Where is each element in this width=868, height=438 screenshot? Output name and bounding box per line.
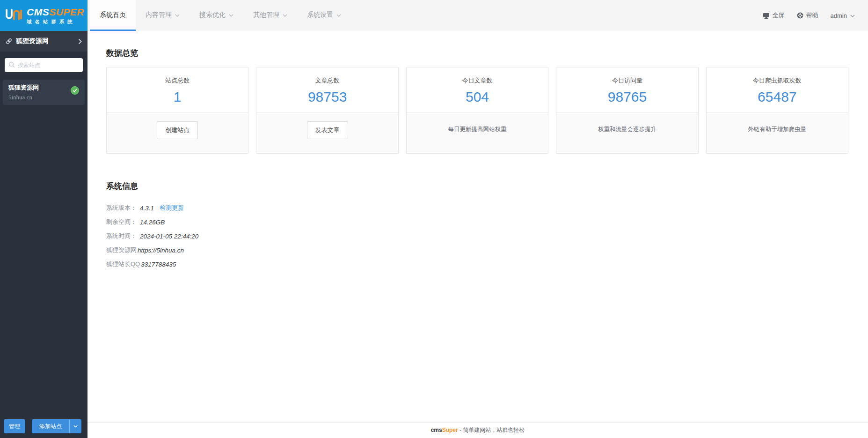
stat-label: 站点总数 xyxy=(107,76,248,85)
create-site-button[interactable]: 创建站点 xyxy=(157,121,198,139)
chevron-down-icon xyxy=(175,14,180,17)
stat-value: 1 xyxy=(107,89,248,105)
fullscreen-button[interactable]: 全屏 xyxy=(763,11,785,20)
stat-note: 外链有助于增加爬虫量 xyxy=(748,126,806,134)
chevron-right-icon xyxy=(78,38,82,45)
tab-search-optimization[interactable]: 搜索优化 xyxy=(190,0,243,31)
user-menu[interactable]: admin xyxy=(831,12,855,19)
stat-card-today-visits: 今日访问量 98765 权重和流量会逐步提升 xyxy=(556,67,698,154)
stat-label: 今日爬虫抓取次数 xyxy=(707,76,848,85)
main-content: 数据总览 站点总数 1 创建站点 文章总数 98753 发表文章 今日文章数 5… xyxy=(88,31,868,438)
stat-label: 今日文章数 xyxy=(407,76,548,85)
tab-content-management[interactable]: 内容管理 xyxy=(136,0,190,31)
tab-home[interactable]: 系统首页 xyxy=(90,0,136,31)
sidebar: 狐狸资源网 狐狸资源网 5inhua.cn 管理 添加站点 xyxy=(0,31,88,438)
stat-value: 98765 xyxy=(556,89,698,105)
app-logo[interactable]: CMSSUPER 域 名 站 群 系 统 xyxy=(0,0,88,31)
chevron-down-icon xyxy=(283,14,287,17)
top-actions: 全屏 帮助 admin xyxy=(751,0,868,31)
stat-card-sites: 站点总数 1 创建站点 xyxy=(106,67,248,154)
info-row-version: 系统版本： 4.3.1 检测更新 xyxy=(106,201,848,215)
stat-card-today-articles: 今日文章数 504 每日更新提高网站权重 xyxy=(406,67,548,154)
stat-value: 504 xyxy=(407,89,548,105)
logo-icon xyxy=(5,7,22,24)
add-site-dropdown-button[interactable] xyxy=(69,419,81,433)
sidebar-footer: 管理 添加站点 xyxy=(0,419,88,433)
chevron-down-icon xyxy=(336,14,341,17)
stat-card-crawler-hits: 今日爬虫抓取次数 65487 外链有助于增加爬虫量 xyxy=(706,67,848,154)
footer-brand-super: Super xyxy=(442,427,458,433)
help-icon xyxy=(797,12,803,19)
stat-note: 每日更新提高网站权重 xyxy=(448,126,507,134)
site-name: 狐狸资源网 xyxy=(8,83,79,92)
tab-other-management[interactable]: 其他管理 xyxy=(243,0,297,31)
stat-card-articles: 文章总数 98753 发表文章 xyxy=(256,67,398,154)
publish-article-button[interactable]: 发表文章 xyxy=(307,121,348,139)
system-info-title: 系统信息 xyxy=(106,181,848,192)
current-site-name: 狐狸资源网 xyxy=(16,37,78,45)
add-site-button[interactable]: 添加站点 xyxy=(32,419,69,433)
tab-system-settings[interactable]: 系统设置 xyxy=(297,0,351,31)
site-search-input[interactable] xyxy=(5,58,83,72)
info-row-webmaster-qq: 狐狸站长QQ 3317788435 xyxy=(106,257,848,271)
add-site-button-group: 添加站点 xyxy=(32,419,81,433)
site-search xyxy=(5,58,83,72)
stat-note: 权重和流量会逐步提升 xyxy=(598,126,656,134)
search-icon xyxy=(8,61,15,70)
chevron-down-icon xyxy=(229,14,233,17)
info-row-disk-space: 剩余空间： 14.26GB xyxy=(106,215,848,229)
stat-label: 文章总数 xyxy=(256,76,398,85)
site-active-check-icon xyxy=(71,86,79,95)
manage-button[interactable]: 管理 xyxy=(4,419,25,433)
logo-text: CMSSUPER 域 名 站 群 系 统 xyxy=(27,7,84,24)
username: admin xyxy=(831,12,847,19)
footer-brand-cms: cms xyxy=(431,427,442,433)
top-bar: CMSSUPER 域 名 站 群 系 统 系统首页 内容管理 搜索优化 其他管理… xyxy=(0,0,868,31)
monitor-icon xyxy=(763,13,770,19)
chevron-down-icon xyxy=(73,425,78,428)
stat-value: 65487 xyxy=(707,89,848,105)
system-info-list: 系统版本： 4.3.1 检测更新 剩余空间： 14.26GB 系统时间： 202… xyxy=(106,201,848,271)
stat-value: 98753 xyxy=(256,89,398,105)
info-row-site-url: 狐狸资源网 https://5inhua.cn xyxy=(106,243,848,257)
info-row-system-time: 系统时间： 2024-01-05 22:44:20 xyxy=(106,229,848,243)
footer-tagline: - 简单建网站，站群也轻松 xyxy=(458,427,525,433)
main-nav: 系统首页 内容管理 搜索优化 其他管理 系统设置 xyxy=(90,0,351,31)
logo-subtitle: 域 名 站 群 系 统 xyxy=(27,19,84,24)
current-site-header[interactable]: 狐狸资源网 xyxy=(0,31,88,52)
site-list-item[interactable]: 狐狸资源网 5inhua.cn xyxy=(3,80,85,105)
link-icon xyxy=(6,38,12,45)
stat-cards: 站点总数 1 创建站点 文章总数 98753 发表文章 今日文章数 504 每日… xyxy=(106,67,848,154)
stat-label: 今日访问量 xyxy=(556,76,698,85)
help-button[interactable]: 帮助 xyxy=(797,11,818,20)
overview-title: 数据总览 xyxy=(106,48,848,59)
site-domain: 5inhua.cn xyxy=(8,94,79,101)
check-update-link[interactable]: 检测更新 xyxy=(160,204,184,212)
page-footer: cmsSuper - 简单建网站，站群也轻松 xyxy=(88,422,868,438)
chevron-down-icon xyxy=(850,15,855,17)
